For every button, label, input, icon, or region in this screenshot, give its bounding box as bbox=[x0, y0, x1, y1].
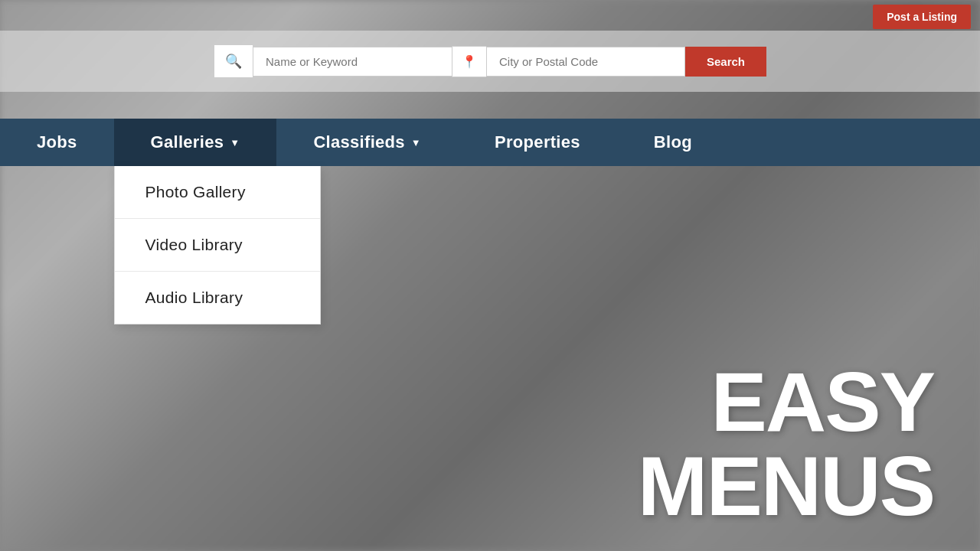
post-listing-button[interactable]: Post a Listing bbox=[873, 5, 971, 29]
galleries-dropdown-arrow: ▼ bbox=[230, 137, 240, 148]
location-icon: 📍 bbox=[462, 55, 477, 68]
nav-label-classifieds: Classifieds bbox=[313, 132, 404, 152]
dropdown-item-video-library[interactable]: Video Library bbox=[115, 219, 320, 272]
nav-item-jobs[interactable]: Jobs bbox=[0, 119, 114, 166]
hero-line1: EASY bbox=[638, 360, 934, 444]
dropdown-item-photo-gallery[interactable]: Photo Gallery bbox=[115, 166, 320, 219]
hero-text: EASY MENUS bbox=[638, 360, 934, 528]
nav-item-galleries[interactable]: Galleries ▼ Photo Gallery Video Library … bbox=[114, 119, 277, 166]
search-button[interactable]: Search bbox=[685, 47, 766, 77]
nav-item-properties[interactable]: Properties bbox=[458, 119, 617, 166]
search-icon-wrap: 🔍 bbox=[214, 44, 253, 78]
dropdown-item-audio-library[interactable]: Audio Library bbox=[115, 272, 320, 324]
location-search-input[interactable] bbox=[486, 47, 685, 77]
top-bar: Post a Listing bbox=[864, 0, 980, 34]
classifieds-dropdown-arrow: ▼ bbox=[411, 137, 421, 148]
location-icon-wrap: 📍 bbox=[452, 46, 486, 77]
nav-item-classifieds[interactable]: Classifieds ▼ bbox=[276, 119, 458, 166]
search-area: 🔍 📍 Search bbox=[0, 31, 980, 92]
nav-label-blog: Blog bbox=[654, 132, 692, 152]
galleries-dropdown-menu: Photo Gallery Video Library Audio Librar… bbox=[114, 166, 321, 324]
nav-item-blog[interactable]: Blog bbox=[617, 119, 729, 166]
nav-label-galleries: Galleries bbox=[151, 132, 224, 152]
keyword-search-input[interactable] bbox=[253, 47, 452, 77]
nav-label-jobs: Jobs bbox=[37, 132, 77, 152]
navbar: Jobs Galleries ▼ Photo Gallery Video Lib… bbox=[0, 119, 980, 166]
nav-label-properties: Properties bbox=[495, 132, 580, 152]
hero-line2: MENUS bbox=[638, 444, 934, 528]
search-icon: 🔍 bbox=[225, 54, 242, 69]
